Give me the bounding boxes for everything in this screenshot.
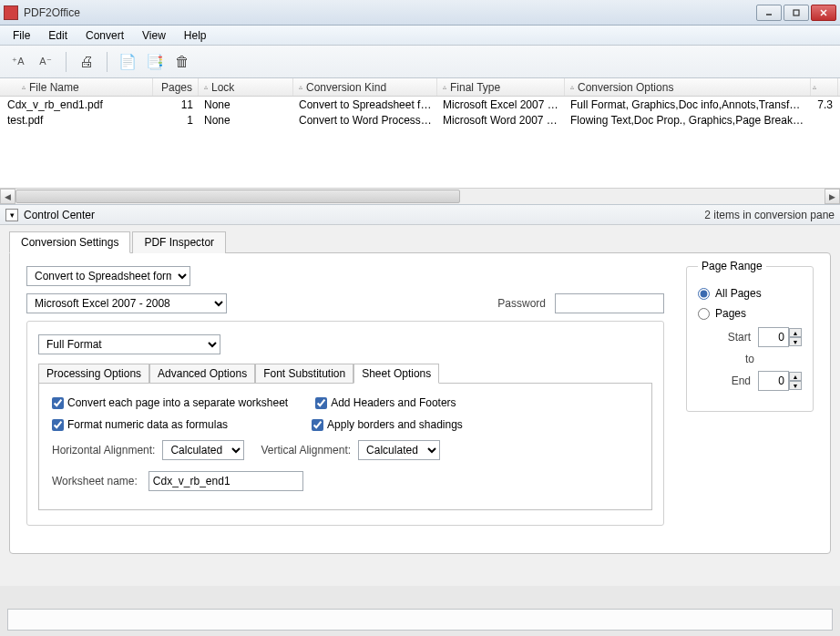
worksheet-name-label: Worksheet name: bbox=[52, 475, 138, 487]
window-title: PDF2Office bbox=[24, 6, 756, 19]
item-count-status: 2 items in conversion pane bbox=[704, 209, 835, 221]
chk-convert-pages[interactable]: Convert each page into a separate worksh… bbox=[52, 396, 288, 409]
table-row[interactable]: test.pdf 1 None Convert to Word Processi… bbox=[0, 112, 840, 128]
table-row[interactable]: Cdx_v_rb_end1.pdf 11 None Convert to Spr… bbox=[0, 97, 840, 112]
chk-apply-borders[interactable]: Apply borders and shadings bbox=[312, 418, 463, 431]
menu-file[interactable]: File bbox=[4, 27, 39, 44]
page-range-group: Page Range All Pages Pages Start ▲▼ to E… bbox=[686, 266, 814, 412]
print-icon[interactable]: 🖨 bbox=[76, 51, 97, 73]
title-bar: PDF2Office bbox=[0, 0, 840, 26]
chk-add-headers[interactable]: Add Headers and Footers bbox=[315, 396, 456, 409]
worksheet-name-input[interactable] bbox=[149, 471, 303, 491]
font-increase-icon[interactable]: ⁺A bbox=[7, 51, 29, 73]
chk-numeric-formulas[interactable]: Format numeric data as formulas bbox=[52, 418, 228, 431]
collapse-toggle-icon[interactable]: ▾ bbox=[5, 209, 18, 221]
halign-select[interactable]: Calculated bbox=[162, 440, 244, 460]
tab-font-substitution[interactable]: Font Substitution bbox=[255, 364, 353, 384]
halign-label: Horizontal Alignment: bbox=[52, 444, 155, 456]
to-label: to bbox=[745, 353, 754, 365]
menu-edit[interactable]: Edit bbox=[39, 27, 77, 44]
col-header-lock[interactable]: ▵Lock bbox=[199, 78, 293, 96]
copy-pages-icon[interactable]: 📑 bbox=[144, 51, 166, 73]
minimize-button[interactable] bbox=[756, 5, 782, 21]
valign-label: Vertical Alignment: bbox=[261, 444, 351, 456]
layout-fieldset: Full Format Processing Options Advanced … bbox=[26, 321, 664, 526]
col-header-pages[interactable]: Pages bbox=[153, 78, 199, 96]
sheet-options-panel: Convert each page into a separate worksh… bbox=[38, 383, 652, 510]
end-spinner[interactable]: ▲▼ bbox=[758, 371, 802, 391]
menu-help[interactable]: Help bbox=[175, 27, 216, 44]
file-table: ▵File Name Pages ▵Lock ▵Conversion Kind … bbox=[0, 78, 840, 205]
menu-convert[interactable]: Convert bbox=[77, 27, 133, 44]
content-area: Conversion Settings PDF Inspector Conver… bbox=[0, 225, 840, 586]
page-range-title: Page Range bbox=[698, 260, 766, 272]
start-spinner[interactable]: ▲▼ bbox=[758, 327, 802, 347]
spin-up-icon[interactable]: ▲ bbox=[789, 328, 802, 337]
control-center-bar: ▾ Control Center 2 items in conversion p… bbox=[0, 205, 840, 225]
scroll-thumb[interactable] bbox=[15, 190, 460, 203]
app-icon bbox=[4, 5, 18, 20]
spin-down-icon[interactable]: ▼ bbox=[789, 337, 802, 346]
tab-advanced-options[interactable]: Advanced Options bbox=[149, 364, 255, 384]
delete-icon[interactable]: 🗑 bbox=[171, 51, 193, 73]
format-select[interactable]: Convert to Spreadsheet format bbox=[26, 266, 190, 286]
page-tool-icon[interactable]: 📄 bbox=[117, 51, 138, 73]
tab-sheet-options[interactable]: Sheet Options bbox=[353, 364, 439, 384]
maximize-button[interactable] bbox=[784, 5, 809, 21]
status-bar bbox=[7, 609, 833, 631]
scroll-left-icon[interactable]: ◀ bbox=[0, 189, 15, 204]
spin-up-icon[interactable]: ▲ bbox=[789, 372, 802, 381]
col-header-file[interactable]: ▵File Name bbox=[0, 78, 153, 96]
font-decrease-icon[interactable]: A⁻ bbox=[35, 51, 56, 73]
start-label: Start bbox=[728, 331, 751, 344]
password-label: Password bbox=[497, 297, 546, 310]
table-header: ▵File Name Pages ▵Lock ▵Conversion Kind … bbox=[0, 78, 840, 97]
col-header-opts[interactable]: ▵Conversion Options bbox=[565, 78, 811, 96]
radio-pages[interactable]: Pages bbox=[698, 307, 802, 320]
password-input[interactable] bbox=[555, 293, 664, 313]
layout-select[interactable]: Full Format bbox=[38, 334, 220, 354]
scroll-right-icon[interactable]: ▶ bbox=[825, 189, 840, 204]
control-center-label: Control Center bbox=[24, 209, 704, 221]
end-label: End bbox=[732, 374, 751, 387]
tab-pdf-inspector[interactable]: PDF Inspector bbox=[132, 231, 226, 253]
tab-conversion-settings[interactable]: Conversion Settings bbox=[9, 231, 130, 253]
tab-processing-options[interactable]: Processing Options bbox=[38, 364, 149, 384]
target-app-select[interactable]: Microsoft Excel 2007 - 2008 bbox=[26, 293, 227, 313]
conversion-settings-panel: Convert to Spreadsheet format Microsoft … bbox=[9, 252, 831, 554]
spin-down-icon[interactable]: ▼ bbox=[789, 381, 802, 390]
horizontal-scrollbar[interactable]: ◀ ▶ bbox=[0, 188, 840, 204]
close-button[interactable] bbox=[811, 5, 836, 21]
col-header-final[interactable]: ▵Final Type bbox=[437, 78, 565, 96]
svg-rect-1 bbox=[794, 10, 799, 15]
valign-select[interactable]: Calculated bbox=[358, 440, 440, 460]
menu-bar: File Edit Convert View Help bbox=[0, 26, 840, 46]
radio-all-pages[interactable]: All Pages bbox=[698, 287, 802, 300]
col-header-extra[interactable]: ▵ bbox=[811, 78, 838, 96]
toolbar: ⁺A A⁻ 🖨 📄 📑 🗑 bbox=[0, 46, 840, 78]
menu-view[interactable]: View bbox=[133, 27, 175, 44]
col-header-kind[interactable]: ▵Conversion Kind bbox=[293, 78, 437, 96]
